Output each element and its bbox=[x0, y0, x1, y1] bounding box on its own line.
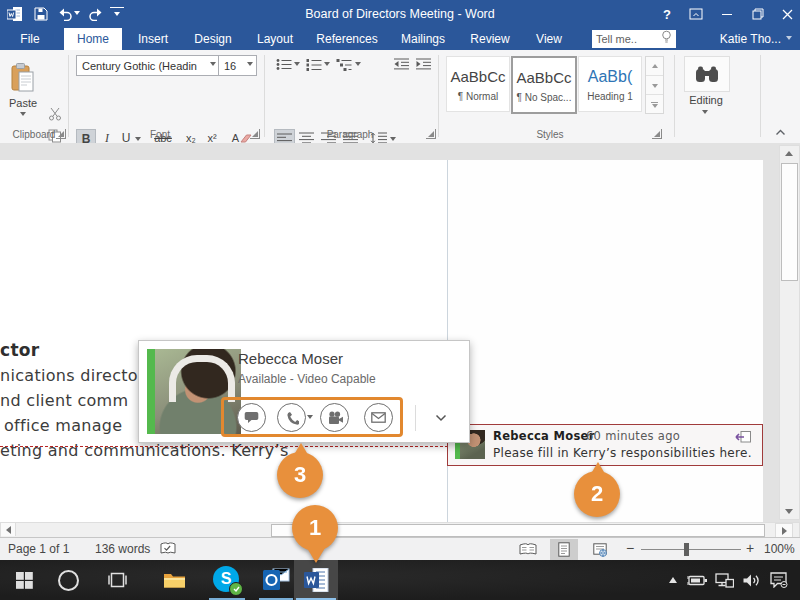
instant-message-icon[interactable] bbox=[237, 403, 266, 432]
start-button[interactable] bbox=[4, 560, 44, 600]
zoom-slider-thumb[interactable] bbox=[684, 543, 689, 556]
reply-to-comment-icon[interactable] bbox=[734, 430, 752, 448]
scroll-left-button[interactable] bbox=[1, 523, 16, 536]
word-app-icon bbox=[7, 6, 23, 26]
status-bar: Page 1 of 1 136 words − + 100% bbox=[0, 537, 800, 561]
redo-button[interactable] bbox=[86, 5, 106, 23]
styles-more-button[interactable] bbox=[646, 94, 663, 113]
numbering-button[interactable] bbox=[304, 56, 323, 72]
font-size-combo[interactable]: 16 bbox=[218, 55, 257, 76]
cut-button[interactable] bbox=[46, 106, 64, 122]
tray-show-hidden-icons-button[interactable] bbox=[660, 560, 686, 600]
tab-design[interactable]: Design bbox=[186, 28, 240, 50]
editing-dropdown[interactable] bbox=[702, 110, 708, 117]
tray-action-center-icon[interactable] bbox=[764, 560, 794, 600]
paste-button[interactable]: Paste bbox=[4, 55, 42, 127]
read-mode-view-button[interactable] bbox=[514, 539, 542, 560]
tray-volume-icon[interactable] bbox=[738, 560, 764, 600]
tray-network-icon[interactable] bbox=[710, 560, 738, 600]
contact-card: Rebecca Moser Available - Video Capable bbox=[138, 340, 470, 443]
font-name-combo[interactable]: Century Gothic (Headin bbox=[76, 55, 221, 76]
close-button[interactable] bbox=[774, 0, 800, 28]
tray-battery-icon[interactable] bbox=[684, 560, 710, 600]
comment-timestamp: 60 minutes ago bbox=[586, 429, 680, 443]
decrease-indent-button[interactable] bbox=[392, 56, 411, 72]
save-button[interactable] bbox=[32, 5, 50, 23]
zoom-slider-track[interactable] bbox=[641, 549, 741, 550]
customize-qat-button[interactable] bbox=[110, 7, 124, 22]
multilevel-dropdown[interactable] bbox=[355, 62, 361, 69]
ribbon-home: Paste Clipboard Century Gothic (Headin 1… bbox=[0, 50, 800, 144]
paragraph-dialog-launcher[interactable] bbox=[426, 129, 436, 139]
tab-references[interactable]: References bbox=[310, 28, 384, 50]
tab-review[interactable]: Review bbox=[462, 28, 518, 50]
print-layout-view-button[interactable] bbox=[550, 539, 578, 560]
tab-mailings[interactable]: Mailings bbox=[392, 28, 454, 50]
restore-button[interactable] bbox=[744, 0, 772, 28]
style-heading1[interactable]: AaBb( Heading 1 bbox=[578, 56, 642, 112]
expand-card-chevron[interactable] bbox=[429, 407, 453, 429]
file-explorer-button[interactable] bbox=[154, 560, 194, 600]
styles-group-label: Styles bbox=[510, 129, 590, 140]
ribbon-display-options-button[interactable] bbox=[683, 0, 709, 28]
vertical-scrollbar[interactable] bbox=[779, 145, 800, 520]
page-count-label[interactable]: Page 1 of 1 bbox=[8, 542, 69, 556]
tab-file[interactable]: File bbox=[8, 28, 52, 50]
word-count-label[interactable]: 136 words bbox=[95, 542, 150, 556]
font-dialog-launcher[interactable] bbox=[250, 129, 260, 139]
styles-dialog-launcher[interactable] bbox=[652, 129, 662, 139]
style-normal[interactable]: AaBbCc ¶ Normal bbox=[446, 56, 510, 112]
find-button[interactable] bbox=[684, 56, 730, 92]
task-view-button[interactable] bbox=[98, 560, 136, 600]
style-no-spacing[interactable]: AaBbCc ¶ No Spac... bbox=[511, 56, 577, 114]
tab-home[interactable]: Home bbox=[64, 28, 122, 50]
bullets-button[interactable] bbox=[274, 56, 293, 72]
zoom-percentage-label[interactable]: 100% bbox=[764, 542, 795, 556]
increase-indent-button[interactable] bbox=[414, 56, 433, 72]
skype-button[interactable]: S bbox=[203, 560, 251, 600]
tell-me-box[interactable]: Tell me.. bbox=[592, 30, 676, 48]
minimize-button[interactable] bbox=[713, 0, 741, 28]
scroll-down-button[interactable] bbox=[780, 504, 797, 519]
group-separator bbox=[264, 55, 265, 137]
email-icon[interactable] bbox=[364, 403, 393, 432]
style-sample: AaBbCc bbox=[516, 68, 571, 88]
call-options-dropdown[interactable] bbox=[307, 415, 313, 422]
call-icon[interactable] bbox=[277, 403, 306, 432]
styles-scroll-down-button[interactable] bbox=[646, 75, 663, 94]
clipboard-dialog-launcher[interactable] bbox=[56, 129, 66, 139]
bullets-dropdown[interactable] bbox=[294, 62, 300, 69]
web-layout-view-button[interactable] bbox=[586, 539, 614, 560]
help-button[interactable]: ? bbox=[655, 0, 679, 28]
outlook-button[interactable] bbox=[254, 560, 298, 600]
zoom-in-button[interactable]: + bbox=[746, 540, 754, 556]
callout-step-3: 3 bbox=[277, 441, 324, 499]
video-call-icon[interactable] bbox=[320, 403, 349, 432]
word-taskbar-button[interactable] bbox=[294, 560, 338, 600]
cortana-circle-icon bbox=[58, 570, 79, 591]
horizontal-scroll-thumb[interactable] bbox=[271, 524, 765, 537]
signed-in-user[interactable]: Katie Tho... bbox=[700, 28, 792, 50]
windows-taskbar: S bbox=[0, 560, 800, 600]
file-explorer-icon bbox=[163, 571, 186, 589]
scroll-up-button[interactable] bbox=[780, 146, 797, 161]
tab-view[interactable]: View bbox=[526, 28, 572, 50]
task-view-icon bbox=[108, 572, 127, 588]
collapse-ribbon-button[interactable] bbox=[770, 124, 790, 140]
callout-number: 1 bbox=[292, 505, 338, 551]
tab-insert[interactable]: Insert bbox=[128, 28, 178, 50]
zoom-out-button[interactable]: − bbox=[626, 540, 634, 556]
vertical-scroll-thumb[interactable] bbox=[781, 163, 798, 281]
scroll-right-button[interactable] bbox=[775, 523, 793, 538]
cortana-button[interactable] bbox=[50, 560, 86, 600]
proofing-status-icon[interactable] bbox=[160, 542, 176, 558]
style-name: ¶ Normal bbox=[458, 91, 498, 102]
numbering-dropdown[interactable] bbox=[324, 62, 330, 69]
styles-scroll-up-button[interactable] bbox=[646, 57, 663, 75]
tab-layout[interactable]: Layout bbox=[248, 28, 302, 50]
styles-gallery-scroll bbox=[645, 56, 664, 114]
editing-group-button-label[interactable]: Editing bbox=[684, 94, 728, 106]
comment-anchor-dashed-line bbox=[0, 446, 448, 447]
undo-button[interactable] bbox=[56, 5, 80, 23]
multilevel-list-button[interactable] bbox=[334, 56, 354, 72]
